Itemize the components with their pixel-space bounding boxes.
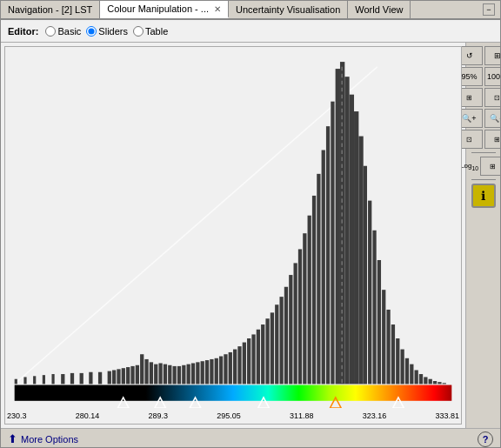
tab-worldview-label: World View (355, 4, 403, 15)
histogram-svg (5, 47, 461, 424)
log-row: Log10 ⊞ (460, 157, 501, 176)
help-icon: ? (483, 434, 489, 445)
label-1: 280.14 (76, 411, 100, 420)
axis-area: 230.3 280.14 289.3 295.05 311.88 323.16 … (7, 371, 459, 422)
info-icon: ℹ (481, 189, 485, 203)
svg-rect-63 (344, 77, 349, 384)
more-options-button[interactable]: ⬆ More Options (8, 432, 78, 445)
svg-rect-59 (326, 126, 330, 384)
svg-rect-50 (284, 287, 288, 384)
svg-rect-58 (322, 150, 325, 384)
svg-rect-55 (308, 216, 311, 384)
svg-rect-71 (382, 290, 385, 384)
svg-rect-51 (289, 275, 292, 384)
svg-rect-52 (294, 263, 297, 384)
svg-rect-53 (298, 249, 302, 384)
label-4: 311.88 (290, 411, 314, 420)
separator-1 (471, 152, 496, 153)
radio-basic[interactable]: Basic (45, 26, 81, 37)
label-2: 289.3 (148, 411, 168, 420)
axis-labels: 230.3 280.14 289.3 295.05 311.88 323.16 … (7, 411, 459, 420)
svg-marker-91 (330, 398, 341, 408)
radio-sliders-label: Sliders (98, 26, 128, 37)
pct100-button[interactable]: 100% (484, 67, 502, 86)
more-options-label: More Options (21, 434, 78, 445)
svg-rect-64 (350, 95, 354, 384)
bottom-bar: ⬆ More Options ? (1, 428, 500, 448)
log-icon-btn[interactable]: ⊞ (480, 157, 501, 176)
svg-rect-70 (377, 260, 381, 384)
svg-rect-61 (336, 69, 340, 384)
radio-table[interactable]: Table (133, 26, 168, 37)
svg-rect-69 (372, 231, 376, 384)
radio-sliders-input[interactable] (86, 26, 97, 37)
chevron-up-icon: ⬆ (8, 432, 17, 445)
svg-rect-68 (368, 201, 371, 384)
tab-worldview[interactable]: World View (348, 1, 411, 18)
svg-rect-60 (331, 102, 334, 384)
window-controls: − (478, 1, 500, 18)
svg-marker-90 (258, 398, 270, 408)
pct100-label: 100% (487, 72, 501, 81)
label-3: 295.05 (217, 411, 241, 420)
minimize-button[interactable]: − (483, 3, 495, 16)
svg-rect-54 (303, 233, 306, 384)
radio-group: Basic Sliders Table (45, 26, 168, 37)
label-6: 333.81 (435, 411, 459, 420)
tab-uncertainty[interactable]: Uncertainty Visualisation (229, 1, 348, 18)
zoom-out-button[interactable]: 🔍− (484, 109, 502, 128)
svg-marker-92 (393, 398, 404, 408)
svg-marker-87 (117, 398, 129, 408)
chart-wrapper: Name: LST Unit: K Min: 230.302 Max: 333.… (1, 43, 465, 428)
tab-navigation-label: Navigation - [2] LST (8, 4, 92, 15)
info-button[interactable]: ℹ (471, 184, 496, 208)
svg-rect-66 (358, 137, 363, 384)
svg-rect-57 (317, 174, 320, 384)
radio-table-label: Table (145, 26, 168, 37)
icon-btn-2[interactable]: ⊡ (484, 88, 502, 107)
svg-marker-89 (190, 398, 201, 408)
editor-row: Editor: Basic Sliders Table (1, 20, 500, 43)
redo-button[interactable]: ⊞ (484, 46, 502, 65)
zoom-reset-button[interactable]: ⊞ (484, 130, 502, 149)
tab-uncertainty-label: Uncertainty Visualisation (236, 4, 340, 15)
radio-basic-input[interactable] (45, 26, 56, 37)
zoom-out-icon: 🔍− (490, 114, 501, 123)
tab-navigation[interactable]: Navigation - [2] LST (1, 1, 100, 18)
radio-sliders[interactable]: Sliders (86, 26, 128, 37)
tab-colour-label: Colour Manipulation - ... (107, 3, 209, 14)
main-area: Name: LST Unit: K Min: 230.302 Max: 333.… (1, 43, 500, 428)
label-0: 230.3 (7, 411, 27, 420)
tab-close-icon[interactable]: ✕ (214, 4, 221, 14)
help-button[interactable]: ? (478, 431, 493, 447)
svg-rect-56 (312, 196, 316, 384)
tick-triangles (7, 396, 459, 410)
tab-bar: Navigation - [2] LST Colour Manipulation… (1, 1, 500, 20)
svg-rect-65 (354, 111, 358, 384)
editor-label: Editor: (8, 26, 38, 37)
radio-table-input[interactable] (133, 26, 144, 37)
right-toolbar: ↺ ⊞ 95% 100% ⊞ ⊡ 🔍+ 🔍− (465, 43, 500, 428)
label-5: 323.16 (363, 411, 387, 420)
tab-colour-manipulation[interactable]: Colour Manipulation - ... ✕ (100, 1, 229, 18)
chart-container: Name: LST Unit: K Min: 230.302 Max: 333.… (4, 46, 462, 425)
radio-basic-label: Basic (57, 26, 81, 37)
svg-marker-88 (155, 398, 166, 408)
svg-rect-67 (364, 166, 367, 384)
separator-2 (471, 179, 496, 180)
